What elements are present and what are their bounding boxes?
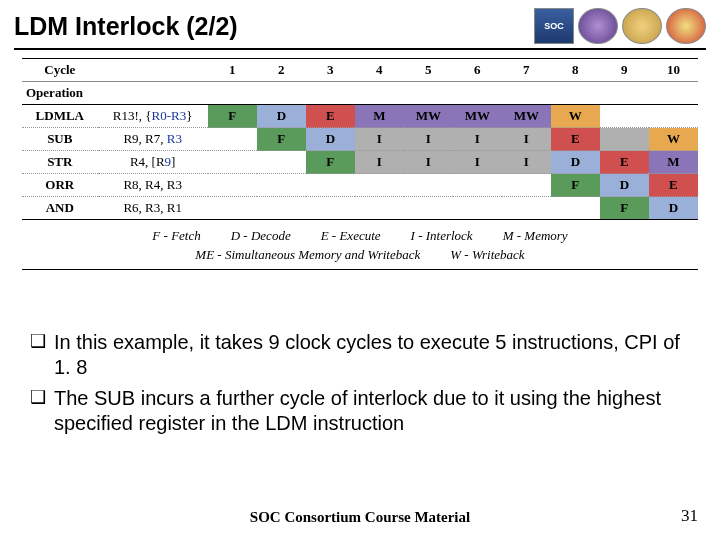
stage-cell: I (453, 151, 502, 174)
operands: R13!, {R0-R3} (98, 105, 208, 128)
stage-cell: MW (453, 105, 502, 128)
stage-cell (306, 197, 355, 220)
table-row: LDMLAR13!, {R0-R3}FDEMMWMWMWW (22, 105, 698, 128)
stage-cell: F (257, 128, 306, 151)
stage-cell: I (502, 128, 551, 151)
cycle-num: 7 (502, 59, 551, 82)
mnemonic: LDMLA (22, 105, 98, 128)
stage-cell: E (600, 151, 649, 174)
stage-cell (257, 197, 306, 220)
pipeline-table-wrap: Cycle 1 2 3 4 5 6 7 8 9 10 Operation LDM… (22, 58, 698, 220)
stage-cell (600, 105, 649, 128)
stage-cell (453, 174, 502, 197)
bullet-icon: ❑ (30, 386, 46, 436)
bullet-text: In this example, it takes 9 clock cycles… (54, 330, 690, 380)
mnemonic: STR (22, 151, 98, 174)
legend-item: D - Decode (231, 228, 291, 244)
stage-cell: I (502, 151, 551, 174)
cycle-num: 5 (404, 59, 453, 82)
stage-cell (502, 197, 551, 220)
legend-item: ME - Simultaneous Memory and Writeback (195, 247, 420, 263)
stage-cell: F (306, 151, 355, 174)
stage-cell (208, 197, 257, 220)
pipeline-table: Cycle 1 2 3 4 5 6 7 8 9 10 Operation LDM… (22, 58, 698, 220)
stage-cell: M (649, 151, 698, 174)
stage-cell: W (649, 128, 698, 151)
table-row: ANDR6, R3, R1FD (22, 197, 698, 220)
stage-cell: I (404, 128, 453, 151)
cycle-num: 4 (355, 59, 404, 82)
stage-cell: E (551, 128, 600, 151)
cycle-num: 8 (551, 59, 600, 82)
legend: F - Fetch D - Decode E - Execute I - Int… (22, 224, 698, 270)
stage-cell (551, 197, 600, 220)
footer-text: SOC Consortium Course Material (0, 509, 720, 526)
stage-cell: I (453, 128, 502, 151)
operands: R9, R7, R3 (98, 128, 208, 151)
stage-cell (649, 105, 698, 128)
cycle-num: 9 (600, 59, 649, 82)
stage-cell: MW (502, 105, 551, 128)
table-row: SUBR9, R7, R3FDIIIIEW (22, 128, 698, 151)
operation-header: Operation (22, 82, 698, 105)
stage-cell (257, 151, 306, 174)
legend-item: W - Writeback (450, 247, 524, 263)
mnemonic: AND (22, 197, 98, 220)
stage-cell (404, 174, 453, 197)
stage-cell: I (355, 151, 404, 174)
cycle-num: 2 (257, 59, 306, 82)
stage-cell: D (306, 128, 355, 151)
stage-cell: M (355, 105, 404, 128)
stage-cell: D (600, 174, 649, 197)
logo-purple (578, 8, 618, 44)
cycle-num: 3 (306, 59, 355, 82)
cycle-header: Cycle (22, 59, 98, 82)
mnemonic: SUB (22, 128, 98, 151)
stage-cell (306, 174, 355, 197)
stage-cell (208, 128, 257, 151)
operands: R8, R4, R3 (98, 174, 208, 197)
stage-cell: I (355, 128, 404, 151)
table-row: ORRR8, R4, R3FDE (22, 174, 698, 197)
cycle-num: 10 (649, 59, 698, 82)
stage-cell: E (306, 105, 355, 128)
stage-cell: W (551, 105, 600, 128)
page-title: LDM Interlock (2/2) (14, 12, 238, 41)
bullet-item: ❑ The SUB incurs a further cycle of inte… (30, 386, 690, 436)
cycle-num: 1 (208, 59, 257, 82)
logo-red (666, 8, 706, 44)
table-row: STRR4, [R9]FIIIIDEM (22, 151, 698, 174)
stage-cell (600, 128, 649, 151)
stage-cell (502, 174, 551, 197)
body-content: ❑ In this example, it takes 9 clock cycl… (30, 330, 690, 436)
logo-row: SOC (534, 8, 706, 44)
stage-cell: I (404, 151, 453, 174)
stage-cell (453, 197, 502, 220)
mnemonic: ORR (22, 174, 98, 197)
logo-soc: SOC (534, 8, 574, 44)
legend-item: E - Execute (321, 228, 381, 244)
page-number: 31 (681, 506, 698, 526)
stage-cell: D (649, 197, 698, 220)
bullet-item: ❑ In this example, it takes 9 clock cycl… (30, 330, 690, 380)
stage-cell (257, 174, 306, 197)
stage-cell (404, 197, 453, 220)
stage-cell: F (551, 174, 600, 197)
cycle-num: 6 (453, 59, 502, 82)
stage-cell: F (600, 197, 649, 220)
bullet-text: The SUB incurs a further cycle of interl… (54, 386, 690, 436)
stage-cell (355, 174, 404, 197)
stage-cell (355, 197, 404, 220)
stage-cell (208, 151, 257, 174)
operands: R6, R3, R1 (98, 197, 208, 220)
stage-cell: D (257, 105, 306, 128)
stage-cell: D (551, 151, 600, 174)
stage-cell: F (208, 105, 257, 128)
operands: R4, [R9] (98, 151, 208, 174)
stage-cell: E (649, 174, 698, 197)
legend-item: I - Interlock (411, 228, 473, 244)
logo-gold (622, 8, 662, 44)
stage-cell (208, 174, 257, 197)
legend-item: F - Fetch (152, 228, 200, 244)
bullet-icon: ❑ (30, 330, 46, 380)
